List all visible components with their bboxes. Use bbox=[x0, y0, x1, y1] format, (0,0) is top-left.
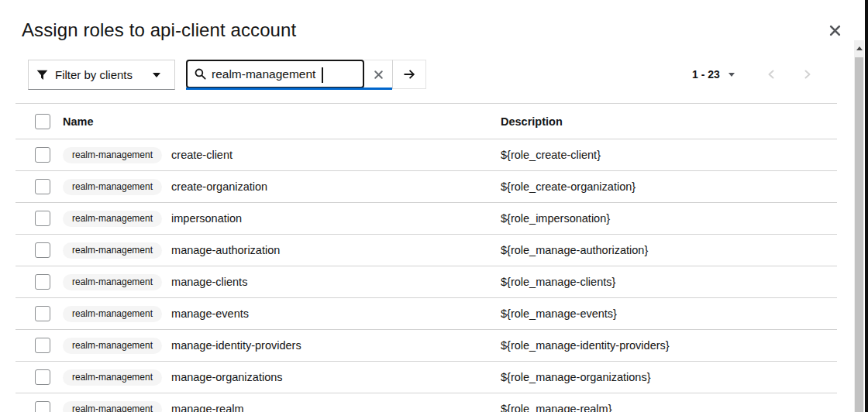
column-header-description: Description bbox=[501, 115, 837, 128]
role-name: manage-events bbox=[171, 307, 249, 320]
role-description: ${role_impersonation} bbox=[501, 212, 837, 225]
clear-icon bbox=[374, 70, 384, 80]
table-row[interactable]: realm-management manage-identity-provide… bbox=[16, 330, 837, 362]
row-checkbox[interactable] bbox=[35, 147, 50, 163]
role-description: ${role_create-organization} bbox=[501, 180, 837, 193]
pagination-range-label: 1 - 23 bbox=[692, 68, 720, 81]
role-description: ${role_manage-organizations} bbox=[501, 371, 837, 383]
column-header-name: Name bbox=[62, 115, 501, 128]
modal-backdrop-strip bbox=[865, 0, 868, 412]
role-name: create-organization bbox=[171, 180, 267, 193]
table-row[interactable]: realm-management impersonation ${role_im… bbox=[16, 203, 837, 235]
role-name: manage-realm bbox=[171, 403, 244, 412]
row-checkbox[interactable] bbox=[35, 369, 50, 385]
caret-down-icon bbox=[728, 73, 735, 77]
arrow-right-icon bbox=[403, 68, 415, 81]
table-header-row: Name Description bbox=[16, 103, 837, 139]
clear-search-button[interactable] bbox=[364, 60, 392, 88]
row-checkbox[interactable] bbox=[35, 211, 50, 226]
row-checkbox[interactable] bbox=[35, 274, 50, 290]
close-icon bbox=[829, 25, 841, 36]
triangle-up-icon bbox=[856, 46, 863, 50]
filter-by-clients-dropdown[interactable]: Filter by clients bbox=[28, 60, 175, 90]
scroll-up-button[interactable] bbox=[854, 40, 864, 56]
client-badge: realm-management bbox=[63, 147, 162, 163]
role-name: manage-identity-providers bbox=[171, 339, 301, 352]
role-description: ${role_manage-clients} bbox=[501, 276, 837, 288]
table-body: realm-management create-client ${role_cr… bbox=[16, 139, 837, 412]
client-badge: realm-management bbox=[63, 306, 162, 322]
client-badge: realm-management bbox=[63, 369, 162, 386]
scrollbar-thumb[interactable] bbox=[855, 57, 863, 412]
chevron-left-icon bbox=[766, 69, 776, 80]
table-row[interactable]: realm-management manage-clients ${role_m… bbox=[16, 266, 837, 298]
search-input-box bbox=[186, 60, 364, 88]
role-description: ${role_manage-identity-providers} bbox=[501, 339, 837, 352]
role-description: ${role_manage-events} bbox=[501, 307, 837, 320]
vertical-scrollbar[interactable] bbox=[854, 40, 864, 412]
select-all-checkbox[interactable] bbox=[35, 114, 50, 129]
role-description: ${role_manage-authorization} bbox=[501, 244, 837, 256]
client-badge: realm-management bbox=[63, 179, 162, 195]
table-row[interactable]: realm-management manage-authorization ${… bbox=[16, 235, 837, 266]
pagination-range-toggle[interactable]: 1 - 23 bbox=[692, 68, 735, 81]
search-icon bbox=[195, 68, 206, 80]
search-group bbox=[186, 60, 426, 90]
table-row[interactable]: realm-management manage-events ${role_ma… bbox=[16, 298, 837, 330]
caret-down-icon bbox=[153, 73, 160, 77]
role-name: manage-organizations bbox=[171, 371, 282, 383]
next-page-button[interactable] bbox=[796, 63, 819, 86]
table-row[interactable]: realm-management manage-organizations ${… bbox=[16, 362, 837, 393]
row-checkbox[interactable] bbox=[35, 338, 50, 353]
role-name: manage-clients bbox=[171, 276, 247, 288]
assign-roles-modal: Assign roles to api-client account Filte… bbox=[0, 0, 868, 412]
search-submit-button[interactable] bbox=[392, 60, 426, 89]
role-name: manage-authorization bbox=[171, 244, 280, 256]
search-input[interactable] bbox=[212, 67, 356, 81]
filter-dropdown-label: Filter by clients bbox=[55, 68, 133, 81]
role-description: ${role_create-client} bbox=[501, 149, 837, 161]
client-badge: realm-management bbox=[63, 274, 162, 290]
close-button[interactable] bbox=[823, 20, 846, 40]
role-name: create-client bbox=[171, 149, 232, 161]
chevron-right-icon bbox=[803, 69, 812, 80]
row-checkbox[interactable] bbox=[35, 242, 50, 258]
client-badge: realm-management bbox=[63, 211, 162, 227]
roles-table: Name Description realm-management create… bbox=[16, 103, 837, 412]
role-description: ${role_manage-realm} bbox=[501, 403, 837, 412]
table-row[interactable]: realm-management create-organization ${r… bbox=[16, 171, 837, 203]
table-row[interactable]: realm-management manage-realm ${role_man… bbox=[16, 393, 837, 412]
focus-underline bbox=[186, 88, 392, 90]
row-checkbox[interactable] bbox=[35, 306, 50, 321]
text-cursor bbox=[322, 67, 323, 83]
prev-page-button[interactable] bbox=[760, 63, 783, 86]
client-badge: realm-management bbox=[63, 242, 162, 259]
row-checkbox[interactable] bbox=[35, 401, 50, 412]
role-name: impersonation bbox=[171, 212, 242, 225]
table-row[interactable]: realm-management create-client ${role_cr… bbox=[16, 139, 837, 171]
modal-title: Assign roles to api-client account bbox=[22, 19, 296, 41]
row-checkbox[interactable] bbox=[35, 179, 50, 194]
client-badge: realm-management bbox=[63, 401, 162, 412]
pagination: 1 - 23 bbox=[692, 60, 819, 89]
client-badge: realm-management bbox=[63, 338, 162, 354]
filter-icon bbox=[36, 70, 48, 81]
